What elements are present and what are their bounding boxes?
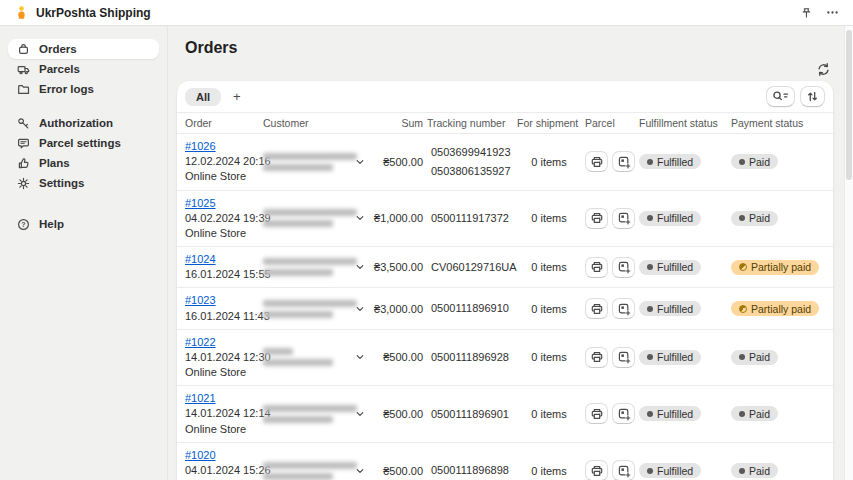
order-date: 04.02.2024 19:39 [185, 211, 259, 226]
order-cell: #102114.01.2024 12:14Online Store [185, 391, 259, 437]
order-date: 04.01.2024 15:26 [185, 463, 259, 478]
table-row: #102114.01.2024 12:14Online Store₴500.00… [177, 386, 833, 443]
create-parcel-button[interactable] [612, 403, 635, 424]
payment-status-label: Paid [749, 408, 770, 420]
print-parcel-button[interactable] [585, 208, 608, 229]
print-parcel-button[interactable] [585, 151, 608, 172]
customer-expand-chevron-icon[interactable] [353, 407, 367, 421]
chat-bubble-icon [16, 137, 30, 150]
tracking-number: 0500111896901 [431, 405, 513, 424]
create-parcel-button[interactable] [612, 208, 635, 229]
sidebar-item-plans[interactable]: Plans [8, 153, 159, 173]
fulfillment-status-cell: Fulfilled [639, 463, 727, 478]
order-channel: Online Store [185, 422, 259, 437]
order-channel: Online Store [185, 226, 259, 241]
search-filter-icon[interactable] [766, 86, 795, 107]
tracking-numbers: 05036999419230503806135927 [427, 143, 513, 180]
customer-expand-chevron-icon[interactable] [353, 155, 367, 169]
payment-status-badge: Paid [731, 211, 778, 226]
order-link[interactable]: #1022 [185, 336, 216, 348]
payment-status-cell: Paid [731, 350, 825, 365]
table-row: #102612.02.2024 20:16Online Store₴500.00… [177, 134, 833, 191]
customer-expand-chevron-icon[interactable] [353, 211, 367, 225]
folder-icon [16, 83, 30, 96]
sidebar-item-authorization[interactable]: Authorization [8, 113, 159, 133]
sidebar-item-settings[interactable]: Settings [8, 173, 159, 193]
order-link[interactable]: #1026 [185, 140, 216, 152]
sidebar-item-parcels[interactable]: Parcels [8, 59, 159, 79]
customer-phone-redacted [263, 269, 333, 276]
order-link[interactable]: #1024 [185, 253, 216, 265]
customer-phone-redacted [263, 220, 333, 227]
sidebar-item-orders[interactable]: Orders [8, 39, 159, 59]
customer-name-redacted [263, 258, 357, 265]
order-link[interactable]: #1020 [185, 449, 216, 461]
sum-value: ₴500.00 [371, 156, 423, 168]
sidebar-item-label: Orders [39, 43, 77, 55]
scrollbar[interactable] [844, 26, 853, 480]
tab-all[interactable]: All [185, 88, 221, 106]
parcel-actions [585, 298, 635, 319]
orders-bag-icon [16, 43, 30, 56]
customer-cell [263, 205, 367, 231]
scrollbar-thumb[interactable] [846, 30, 852, 180]
order-link[interactable]: #1021 [185, 392, 216, 404]
payment-status-badge: Paid [731, 463, 778, 478]
print-parcel-button[interactable] [585, 403, 608, 424]
customer-cell [263, 458, 367, 480]
sidebar-item-label: Error logs [39, 83, 94, 95]
fulfillment-status-badge: Fulfilled [639, 260, 701, 275]
customer-expand-chevron-icon[interactable] [353, 464, 367, 478]
customer-name-redacted [263, 153, 357, 160]
table-header-row: OrderCustomerSumTracking numberFor shipm… [177, 112, 833, 134]
create-parcel-button[interactable] [612, 298, 635, 319]
column-header-customer: Customer [263, 117, 367, 129]
tracking-number: 0500111896898 [431, 461, 513, 480]
customer-expand-chevron-icon[interactable] [353, 260, 367, 274]
print-parcel-button[interactable] [585, 257, 608, 278]
order-date: 12.02.2024 20:16 [185, 154, 259, 169]
truck-icon [16, 63, 30, 76]
refresh-icon[interactable] [814, 60, 833, 79]
print-parcel-button[interactable] [585, 298, 608, 319]
payment-status-label: Partially paid [751, 303, 811, 315]
create-parcel-button[interactable] [612, 151, 635, 172]
fulfillment-status-cell: Fulfilled [639, 301, 727, 316]
create-parcel-button[interactable] [612, 460, 635, 480]
order-link[interactable]: #1025 [185, 197, 216, 209]
pin-icon[interactable] [798, 5, 814, 21]
sort-arrows-icon[interactable] [800, 86, 825, 107]
status-dot [739, 354, 745, 360]
help-circle-icon: ? [16, 218, 30, 231]
fulfillment-status-badge: Fulfilled [639, 211, 701, 226]
app-title: UkrPoshta Shipping [36, 6, 151, 20]
tracking-number: 0500111896910 [431, 299, 513, 318]
column-header-fulfillment-status: Fulfillment status [639, 117, 727, 129]
payment-status-badge: Paid [731, 406, 778, 421]
order-channel: Online Store [185, 365, 259, 380]
key-icon [16, 117, 30, 130]
print-parcel-button[interactable] [585, 347, 608, 368]
print-parcel-button[interactable] [585, 460, 608, 480]
create-parcel-button[interactable] [612, 257, 635, 278]
order-date: 16.01.2024 15:55 [185, 267, 259, 282]
order-link[interactable]: #1023 [185, 294, 216, 306]
sidebar-item-parcel-settings[interactable]: Parcel settings [8, 133, 159, 153]
create-parcel-button[interactable] [612, 347, 635, 368]
sidebar-item-error-logs[interactable]: Error logs [8, 79, 159, 99]
payment-status-cell: Paid [731, 211, 825, 226]
order-date: 16.01.2024 11:43 [185, 309, 259, 324]
status-dot [647, 159, 653, 165]
customer-name-redacted [263, 300, 357, 307]
customer-expand-chevron-icon[interactable] [353, 302, 367, 316]
status-dot [647, 354, 653, 360]
parcel-actions [585, 151, 635, 172]
table-row: #102504.02.2024 19:39Online Store₴1,000.… [177, 191, 833, 248]
sum-value: ₴500.00 [371, 408, 423, 420]
sidebar-item-help[interactable]: ?Help [8, 214, 159, 234]
payment-status-label: Paid [749, 156, 770, 168]
add-tab-button[interactable]: + [225, 87, 249, 106]
sidebar: OrdersParcelsError logsAuthorizationParc… [0, 26, 168, 480]
customer-expand-chevron-icon[interactable] [353, 350, 367, 364]
more-menu-icon[interactable] [824, 4, 841, 21]
